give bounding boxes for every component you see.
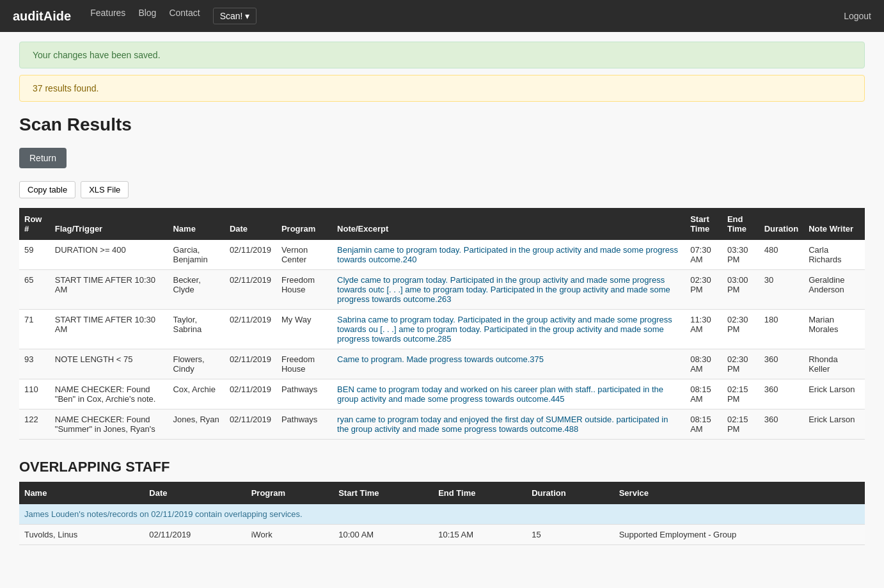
cell-program: Pathways: [276, 409, 332, 440]
ov-cell-end-time: 10:15 AM: [433, 525, 526, 545]
table-row: 59DURATION >= 400Garcia, Benjamin02/11/2…: [19, 240, 865, 270]
navbar: auditAide Features Blog Contact Scan! ▾ …: [0, 0, 884, 32]
cell-date: 02/11/2019: [225, 240, 276, 270]
col-flag: Flag/Trigger: [50, 208, 168, 240]
ov-col-program: Program: [246, 482, 334, 504]
table-action-buttons: Copy table XLS File: [19, 181, 865, 198]
cell-row-num: 65: [19, 270, 50, 310]
col-program: Program: [276, 208, 332, 240]
cell-date: 02/11/2019: [225, 270, 276, 310]
nav-blog[interactable]: Blog: [138, 8, 156, 24]
col-end-time: EndTime: [722, 208, 759, 240]
nav-features[interactable]: Features: [90, 8, 125, 24]
success-alert: Your changes have been saved.: [19, 42, 865, 68]
ov-cell-service: Supported Employment - Group: [614, 525, 865, 545]
cell-program: Freedom House: [276, 270, 332, 310]
overlap-table: Name Date Program Start Time End Time Du…: [19, 482, 865, 545]
cell-writer: Geraldine Anderson: [803, 270, 865, 310]
ov-cell-duration: 15: [526, 525, 614, 545]
ov-col-service: Service: [614, 482, 865, 504]
cell-duration: 30: [759, 270, 803, 310]
xls-file-button[interactable]: XLS File: [81, 181, 129, 198]
cell-writer: Erick Larson: [803, 379, 865, 409]
cell-start-time: 08:15 AM: [685, 409, 722, 440]
cell-program: Vernon Center: [276, 240, 332, 270]
cell-end-time: 02:30 PM: [722, 310, 759, 349]
cell-writer: Rhonda Keller: [803, 349, 865, 379]
cell-duration: 360: [759, 349, 803, 379]
cell-name: Becker, Clyde: [168, 270, 224, 310]
cell-duration: 180: [759, 310, 803, 349]
main-content: Scan Results Return Copy table XLS File …: [0, 102, 884, 558]
overlap-header-row: Name Date Program Start Time End Time Du…: [19, 482, 865, 504]
cell-row-num: 59: [19, 240, 50, 270]
cell-date: 02/11/2019: [225, 349, 276, 379]
overlap-info-text: James Louden's notes/records on 02/11/20…: [19, 504, 865, 525]
cell-row-num: 93: [19, 349, 50, 379]
cell-row-num: 110: [19, 379, 50, 409]
ov-cell-date: 02/11/2019: [144, 525, 246, 545]
col-note: Note/Excerpt: [332, 208, 685, 240]
cell-flag: NAME CHECKER: Found "Summer" in Jones, R…: [50, 409, 168, 440]
cell-end-time: 02:15 PM: [722, 379, 759, 409]
ov-cell-program: iWork: [246, 525, 334, 545]
ov-col-end-time: End Time: [433, 482, 526, 504]
page-title: Scan Results: [19, 115, 865, 135]
ov-col-name: Name: [19, 482, 144, 504]
cell-name: Garcia, Benjamin: [168, 240, 224, 270]
cell-flag: NOTE LENGTH < 75: [50, 349, 168, 379]
col-start-time: StartTime: [685, 208, 722, 240]
cell-start-time: 08:30 AM: [685, 349, 722, 379]
cell-note: BEN came to program today and worked on …: [332, 379, 685, 409]
logout-button[interactable]: Logout: [844, 11, 871, 21]
cell-flag: DURATION >= 400: [50, 240, 168, 270]
cell-note: ryan came to program today and enjoyed t…: [332, 409, 685, 440]
cell-writer: Carla Richards: [803, 240, 865, 270]
col-row-num: Row #: [19, 208, 50, 240]
warning-alert: 37 results found.: [19, 75, 865, 102]
overlap-info-row: James Louden's notes/records on 02/11/20…: [19, 504, 865, 525]
overlap-section-title: OVERLAPPING STAFF: [19, 459, 865, 475]
ov-cell-name: Tuvolds, Linus: [19, 525, 144, 545]
col-writer: Note Writer: [803, 208, 865, 240]
table-row: 71START TIME AFTER 10:30 AMTaylor, Sabri…: [19, 310, 865, 349]
cell-row-num: 71: [19, 310, 50, 349]
cell-end-time: 02:30 PM: [722, 349, 759, 379]
cell-date: 02/11/2019: [225, 409, 276, 440]
nav-contact[interactable]: Contact: [169, 8, 200, 24]
cell-start-time: 11:30 AM: [685, 310, 722, 349]
cell-note: Sabrina came to program today. Participa…: [332, 310, 685, 349]
cell-note: Clyde came to program today. Participate…: [332, 270, 685, 310]
cell-name: Jones, Ryan: [168, 409, 224, 440]
nav-scan[interactable]: Scan! ▾: [213, 8, 257, 24]
cell-start-time: 02:30 PM: [685, 270, 722, 310]
cell-start-time: 07:30 AM: [685, 240, 722, 270]
cell-name: Taylor, Sabrina: [168, 310, 224, 349]
cell-date: 02/11/2019: [225, 310, 276, 349]
table-row: 122NAME CHECKER: Found "Summer" in Jones…: [19, 409, 865, 440]
ov-col-start-time: Start Time: [333, 482, 433, 504]
brand-logo: auditAide: [13, 9, 71, 24]
ov-cell-start-time: 10:00 AM: [333, 525, 433, 545]
cell-note: Came to program. Made progress towards o…: [332, 349, 685, 379]
cell-end-time: 03:30 PM: [722, 240, 759, 270]
cell-note: Benjamin came to program today. Particip…: [332, 240, 685, 270]
cell-start-time: 08:15 AM: [685, 379, 722, 409]
cell-writer: Marian Morales: [803, 310, 865, 349]
cell-program: Pathways: [276, 379, 332, 409]
cell-flag: START TIME AFTER 10:30 AM: [50, 270, 168, 310]
ov-col-duration: Duration: [526, 482, 614, 504]
cell-flag: NAME CHECKER: Found "Ben" in Cox, Archie…: [50, 379, 168, 409]
copy-table-button[interactable]: Copy table: [19, 181, 75, 198]
cell-name: Cox, Archie: [168, 379, 224, 409]
col-duration: Duration: [759, 208, 803, 240]
table-row: 110NAME CHECKER: Found "Ben" in Cox, Arc…: [19, 379, 865, 409]
cell-end-time: 03:00 PM: [722, 270, 759, 310]
col-name: Name: [168, 208, 224, 240]
cell-flag: START TIME AFTER 10:30 AM: [50, 310, 168, 349]
col-date: Date: [225, 208, 276, 240]
return-button[interactable]: Return: [19, 148, 67, 168]
cell-name: Flowers, Cindy: [168, 349, 224, 379]
cell-program: My Way: [276, 310, 332, 349]
cell-duration: 480: [759, 240, 803, 270]
